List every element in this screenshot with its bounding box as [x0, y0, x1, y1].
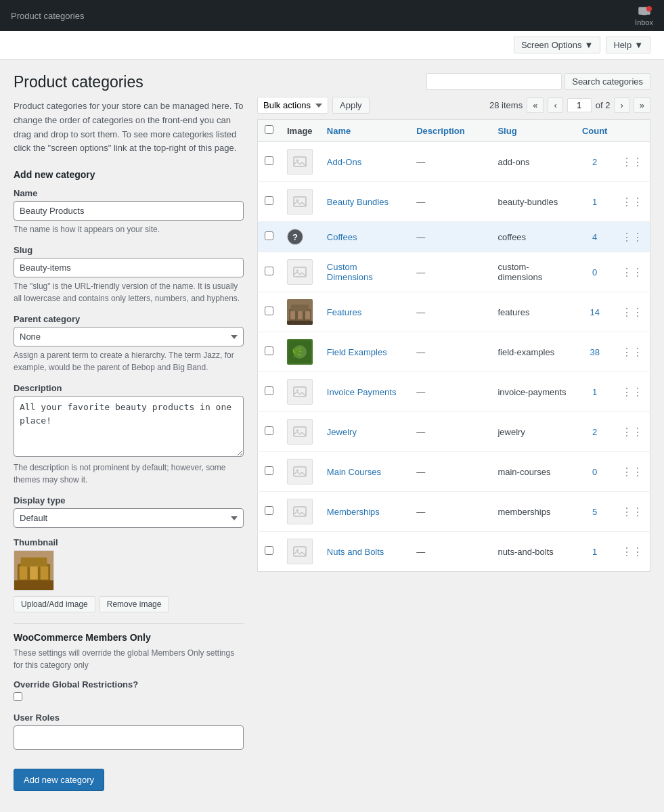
- add-new-category-button[interactable]: Add new category: [14, 769, 104, 791]
- prev-page-button[interactable]: ‹: [548, 97, 562, 113]
- row-checkbox[interactable]: [265, 196, 273, 205]
- name-input[interactable]: [14, 201, 244, 221]
- placeholder-icon: [293, 265, 307, 279]
- row-image-cell: [280, 292, 320, 332]
- row-checkbox[interactable]: [265, 346, 273, 355]
- first-page-button[interactable]: «: [527, 97, 544, 113]
- remove-image-button[interactable]: Remove image: [99, 596, 169, 612]
- header-slug[interactable]: Slug: [491, 120, 575, 142]
- add-new-section-title: Add new category: [14, 169, 244, 180]
- row-image-placeholder: [287, 419, 313, 445]
- row-name-link[interactable]: Coffees: [327, 232, 357, 242]
- description-textarea[interactable]: All your favorite beauty products in one…: [14, 396, 244, 457]
- inbox-button[interactable]: Inbox: [635, 5, 653, 26]
- row-name-cell: Add-Ons: [320, 142, 410, 182]
- next-page-button[interactable]: ›: [614, 97, 629, 113]
- search-button[interactable]: Search categories: [565, 73, 650, 90]
- row-name-link[interactable]: Invoice Payments: [327, 387, 397, 397]
- row-checkbox[interactable]: [265, 386, 273, 395]
- row-description-cell: —: [410, 182, 491, 222]
- row-name-cell: Invoice Payments: [320, 372, 410, 412]
- row-image-placeholder: [287, 539, 313, 564]
- row-drag-cell: ⋮⋮: [615, 532, 650, 572]
- row-name-link[interactable]: Custom Dimensions: [327, 262, 373, 282]
- row-name-link[interactable]: Field Examples: [327, 347, 387, 357]
- row-name-link[interactable]: Beauty Bundles: [327, 197, 389, 207]
- row-count-link[interactable]: 1: [581, 547, 608, 557]
- row-checkbox[interactable]: [265, 156, 273, 165]
- row-count-cell: 0: [575, 452, 615, 492]
- row-count-link[interactable]: 14: [581, 307, 608, 317]
- svg-rect-19: [305, 311, 310, 319]
- row-count-link[interactable]: 4: [581, 232, 608, 242]
- row-checkbox[interactable]: [265, 267, 273, 275]
- row-checkbox[interactable]: [265, 231, 273, 240]
- row-description-cell: —: [410, 142, 491, 182]
- header-count[interactable]: Count: [575, 120, 615, 142]
- green-image: 🌿: [287, 339, 313, 365]
- drag-handle[interactable]: ⋮⋮: [621, 346, 643, 358]
- thumbnail-buttons: Upload/Add image Remove image: [14, 596, 244, 612]
- display-type-select[interactable]: Default: [14, 508, 244, 528]
- row-name-link[interactable]: Main Courses: [327, 467, 381, 477]
- drag-handle[interactable]: ⋮⋮: [621, 386, 643, 398]
- drag-handle[interactable]: ⋮⋮: [621, 267, 643, 278]
- parent-select[interactable]: None: [14, 327, 244, 346]
- page-number-input[interactable]: [567, 98, 592, 112]
- row-name-link[interactable]: Features: [327, 307, 361, 317]
- row-description: —: [416, 197, 425, 207]
- table-row: Invoice Payments — invoice-payments 1 ⋮⋮: [258, 372, 650, 412]
- row-name-link[interactable]: Memberships: [327, 507, 380, 517]
- row-count-link[interactable]: 2: [581, 427, 608, 437]
- placeholder-icon: [293, 465, 307, 478]
- row-checkbox[interactable]: [265, 506, 273, 515]
- row-count-link[interactable]: 38: [581, 347, 608, 357]
- row-checkbox[interactable]: [265, 426, 273, 435]
- override-checkbox[interactable]: [14, 692, 22, 701]
- help-button[interactable]: Help ▼: [606, 37, 650, 53]
- row-count-link[interactable]: 0: [581, 267, 608, 277]
- row-name-link[interactable]: Jewelry: [327, 427, 357, 437]
- page-description: Product categories for your store can be…: [14, 99, 244, 156]
- bulk-actions-select[interactable]: Bulk actions: [257, 97, 328, 114]
- drag-handle[interactable]: ⋮⋮: [621, 506, 643, 518]
- drag-handle[interactable]: ⋮⋮: [621, 546, 643, 558]
- row-image-placeholder: ?: [287, 229, 303, 245]
- row-count-link[interactable]: 0: [581, 467, 608, 477]
- row-checkbox[interactable]: [265, 466, 273, 475]
- table-row: Beauty Bundles — beauty-bundles 1 ⋮⋮: [258, 182, 650, 222]
- drag-handle[interactable]: ⋮⋮: [621, 466, 643, 478]
- upload-image-button[interactable]: Upload/Add image: [14, 596, 95, 612]
- last-page-button[interactable]: »: [634, 97, 650, 113]
- header-name[interactable]: Name: [320, 120, 410, 142]
- apply-button[interactable]: Apply: [332, 97, 370, 114]
- slug-input[interactable]: [14, 258, 244, 277]
- svg-rect-31: [294, 507, 306, 516]
- right-panel: Search categories Bulk actions Apply 28 …: [257, 73, 650, 812]
- row-checkbox[interactable]: [265, 307, 273, 315]
- row-count-link[interactable]: 2: [581, 157, 608, 167]
- screen-options-button[interactable]: Screen Options ▼: [514, 37, 600, 53]
- row-name-link[interactable]: Add-Ons: [327, 157, 361, 167]
- drag-handle[interactable]: ⋮⋮: [621, 196, 643, 208]
- row-checkbox-cell: [258, 332, 281, 372]
- woo-title: WooCommerce Members Only: [14, 632, 244, 643]
- row-count-link[interactable]: 1: [581, 197, 608, 207]
- help-label: Help: [613, 40, 632, 50]
- user-roles-input[interactable]: [14, 725, 244, 750]
- row-count-link[interactable]: 5: [581, 507, 608, 517]
- row-slug-cell: beauty-bundles: [491, 182, 575, 222]
- row-description-cell: —: [410, 252, 491, 292]
- drag-handle[interactable]: ⋮⋮: [621, 231, 643, 243]
- row-checkbox[interactable]: [265, 546, 273, 555]
- header-description[interactable]: Description: [410, 120, 491, 142]
- row-count-link[interactable]: 1: [581, 387, 608, 397]
- drag-handle[interactable]: ⋮⋮: [621, 307, 643, 318]
- row-name-link[interactable]: Nuts and Bolts: [327, 547, 384, 557]
- drag-handle[interactable]: ⋮⋮: [621, 156, 643, 168]
- drag-handle[interactable]: ⋮⋮: [621, 426, 643, 438]
- table-row: Memberships — memberships 5 ⋮⋮: [258, 492, 650, 532]
- search-input[interactable]: [426, 73, 562, 90]
- select-all-checkbox[interactable]: [265, 125, 273, 134]
- row-name-cell: Beauty Bundles: [320, 182, 410, 222]
